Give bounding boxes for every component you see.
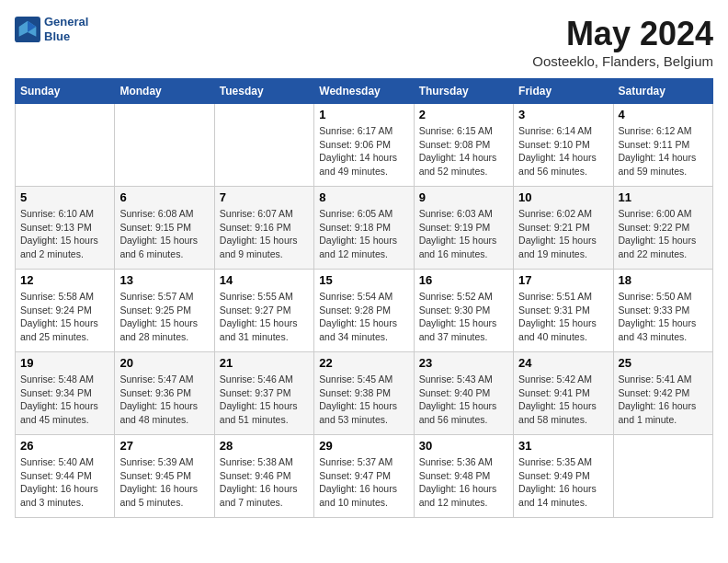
day-info: Sunrise: 5:46 AMSunset: 9:37 PMDaylight:… [220,373,309,427]
calendar-cell: 27Sunrise: 5:39 AMSunset: 9:45 PMDayligh… [115,435,214,518]
week-row-2: 5Sunrise: 6:10 AMSunset: 9:13 PMDaylight… [16,187,713,270]
day-number: 27 [119,439,209,453]
day-number: 12 [20,273,109,287]
day-number: 24 [518,356,608,370]
day-info: Sunrise: 6:07 AMSunset: 9:16 PMDaylight:… [220,207,309,261]
day-info: Sunrise: 5:52 AMSunset: 9:30 PMDaylight:… [419,290,508,344]
logo-text: General Blue [44,15,88,43]
calendar-cell: 24Sunrise: 5:42 AMSunset: 9:41 PMDayligh… [514,352,613,435]
calendar-cell: 20Sunrise: 5:47 AMSunset: 9:36 PMDayligh… [115,352,214,435]
day-info: Sunrise: 5:58 AMSunset: 9:24 PMDaylight:… [20,290,109,344]
day-number: 10 [518,190,608,204]
calendar-cell: 25Sunrise: 5:41 AMSunset: 9:42 PMDayligh… [613,352,712,435]
day-info: Sunrise: 6:08 AMSunset: 9:15 PMDaylight:… [119,207,209,261]
logo-line1: General [44,15,88,29]
month-title: May 2024 [532,15,713,53]
day-number: 15 [319,273,408,287]
week-row-1: 1Sunrise: 6:17 AMSunset: 9:06 PMDaylight… [16,104,713,187]
day-number: 22 [319,356,408,370]
day-number: 6 [119,190,209,204]
day-number: 7 [220,190,309,204]
calendar-cell: 22Sunrise: 5:45 AMSunset: 9:38 PMDayligh… [314,352,414,435]
calendar-cell: 12Sunrise: 5:58 AMSunset: 9:24 PMDayligh… [16,270,115,352]
day-number: 26 [20,439,109,453]
header-day-sunday: Sunday [16,79,115,104]
calendar-cell: 16Sunrise: 5:52 AMSunset: 9:30 PMDayligh… [414,270,513,352]
header-day-tuesday: Tuesday [214,79,313,104]
calendar-cell: 6Sunrise: 6:08 AMSunset: 9:15 PMDaylight… [115,187,214,270]
calendar-cell: 4Sunrise: 6:12 AMSunset: 9:11 PMDaylight… [613,104,712,187]
day-info: Sunrise: 5:48 AMSunset: 9:34 PMDaylight:… [20,373,109,427]
day-number: 23 [419,356,508,370]
calendar-cell: 30Sunrise: 5:36 AMSunset: 9:48 PMDayligh… [414,435,513,518]
day-info: Sunrise: 6:02 AMSunset: 9:21 PMDaylight:… [518,207,608,261]
week-row-4: 19Sunrise: 5:48 AMSunset: 9:34 PMDayligh… [16,352,713,435]
day-number: 13 [119,273,209,287]
calendar-cell: 14Sunrise: 5:55 AMSunset: 9:27 PMDayligh… [214,270,313,352]
calendar-cell [214,104,313,187]
calendar-cell: 10Sunrise: 6:02 AMSunset: 9:21 PMDayligh… [514,187,613,270]
header-day-wednesday: Wednesday [314,79,414,104]
day-number: 4 [619,108,708,121]
day-info: Sunrise: 5:43 AMSunset: 9:40 PMDaylight:… [419,373,508,427]
day-info: Sunrise: 5:37 AMSunset: 9:47 PMDaylight:… [319,455,408,510]
day-info: Sunrise: 5:55 AMSunset: 9:27 PMDaylight:… [220,290,309,344]
calendar-cell: 26Sunrise: 5:40 AMSunset: 9:44 PMDayligh… [16,435,115,518]
calendar-cell: 29Sunrise: 5:37 AMSunset: 9:47 PMDayligh… [314,435,414,518]
calendar-cell: 11Sunrise: 6:00 AMSunset: 9:22 PMDayligh… [613,187,712,270]
day-number: 5 [20,190,109,204]
header-day-friday: Friday [514,79,613,104]
day-info: Sunrise: 5:35 AMSunset: 9:49 PMDaylight:… [518,455,608,510]
header-day-thursday: Thursday [414,79,513,104]
title-block: May 2024 Oosteeklo, Flanders, Belgium [532,15,713,69]
page-header: General Blue May 2024 Oosteeklo, Flander… [15,15,713,69]
day-number: 20 [119,356,209,370]
logo: General Blue [15,15,88,43]
calendar-cell: 2Sunrise: 6:15 AMSunset: 9:08 PMDaylight… [414,104,513,187]
day-number: 2 [419,108,508,121]
day-number: 17 [518,273,608,287]
day-info: Sunrise: 6:15 AMSunset: 9:08 PMDaylight:… [419,124,508,178]
calendar-cell: 9Sunrise: 6:03 AMSunset: 9:19 PMDaylight… [414,187,513,270]
calendar-table: SundayMondayTuesdayWednesdayThursdayFrid… [15,78,713,518]
day-number: 19 [20,356,109,370]
calendar-cell: 19Sunrise: 5:48 AMSunset: 9:34 PMDayligh… [16,352,115,435]
day-info: Sunrise: 5:39 AMSunset: 9:45 PMDaylight:… [119,455,209,510]
logo-line2: Blue [44,29,88,44]
day-info: Sunrise: 6:12 AMSunset: 9:11 PMDaylight:… [619,124,708,178]
header-day-saturday: Saturday [613,79,712,104]
day-info: Sunrise: 5:40 AMSunset: 9:44 PMDaylight:… [20,455,109,510]
day-number: 14 [220,273,309,287]
day-info: Sunrise: 5:36 AMSunset: 9:48 PMDaylight:… [419,455,508,510]
day-info: Sunrise: 5:50 AMSunset: 9:33 PMDaylight:… [619,290,708,344]
header-row: SundayMondayTuesdayWednesdayThursdayFrid… [16,79,713,104]
day-info: Sunrise: 5:42 AMSunset: 9:41 PMDaylight:… [518,373,608,427]
day-info: Sunrise: 6:00 AMSunset: 9:22 PMDaylight:… [619,207,708,261]
calendar-cell: 21Sunrise: 5:46 AMSunset: 9:37 PMDayligh… [214,352,313,435]
day-info: Sunrise: 5:47 AMSunset: 9:36 PMDaylight:… [119,373,209,427]
calendar-cell: 18Sunrise: 5:50 AMSunset: 9:33 PMDayligh… [613,270,712,352]
header-day-monday: Monday [115,79,214,104]
calendar-cell [16,104,115,187]
day-number: 30 [419,439,508,453]
day-number: 9 [419,190,508,204]
day-number: 18 [619,273,708,287]
day-info: Sunrise: 6:14 AMSunset: 9:10 PMDaylight:… [518,124,608,178]
day-info: Sunrise: 6:17 AMSunset: 9:06 PMDaylight:… [319,124,408,178]
day-info: Sunrise: 5:57 AMSunset: 9:25 PMDaylight:… [119,290,209,344]
day-number: 25 [619,356,708,370]
calendar-cell [613,435,712,518]
calendar-cell: 3Sunrise: 6:14 AMSunset: 9:10 PMDaylight… [514,104,613,187]
day-number: 16 [419,273,508,287]
week-row-3: 12Sunrise: 5:58 AMSunset: 9:24 PMDayligh… [16,270,713,352]
day-number: 8 [319,190,408,204]
calendar-cell: 23Sunrise: 5:43 AMSunset: 9:40 PMDayligh… [414,352,513,435]
week-row-5: 26Sunrise: 5:40 AMSunset: 9:44 PMDayligh… [16,435,713,518]
day-number: 21 [220,356,309,370]
logo-icon [15,17,40,42]
day-info: Sunrise: 5:38 AMSunset: 9:46 PMDaylight:… [220,455,309,510]
day-info: Sunrise: 5:45 AMSunset: 9:38 PMDaylight:… [319,373,408,427]
day-info: Sunrise: 5:51 AMSunset: 9:31 PMDaylight:… [518,290,608,344]
calendar-cell: 31Sunrise: 5:35 AMSunset: 9:49 PMDayligh… [514,435,613,518]
day-info: Sunrise: 5:41 AMSunset: 9:42 PMDaylight:… [619,373,708,427]
